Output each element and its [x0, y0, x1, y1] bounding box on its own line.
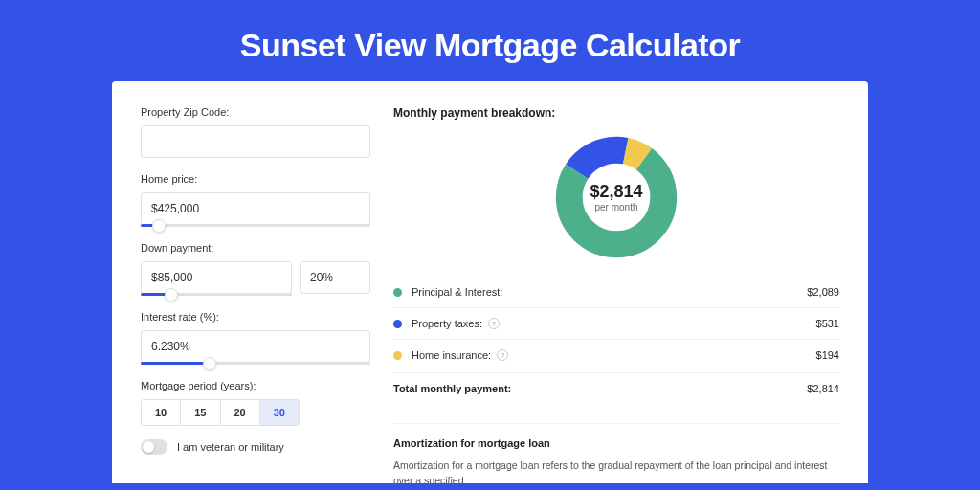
down-payment-input[interactable]	[141, 261, 292, 294]
down-payment-slider-thumb[interactable]	[165, 288, 178, 301]
legend-dot-icon	[393, 288, 402, 297]
info-icon[interactable]: ?	[488, 318, 500, 329]
legend-row: Home insurance:?$194	[393, 340, 839, 370]
zip-label: Property Zip Code:	[141, 106, 370, 118]
donut-amount: $2,814	[590, 182, 642, 202]
period-tab-20[interactable]: 20	[221, 400, 260, 425]
veteran-label: I am veteran or military	[177, 441, 284, 453]
info-icon[interactable]: ?	[497, 349, 508, 361]
home-price-slider-thumb[interactable]	[152, 219, 166, 233]
home-price-slider[interactable]	[141, 224, 370, 227]
legend-row: Property taxes:?$531	[393, 308, 839, 340]
legend-label: Principal & Interest:	[412, 286, 807, 298]
inputs-column: Property Zip Code: Home price: Down paym…	[141, 106, 370, 483]
breakdown-title: Monthly payment breakdown:	[393, 106, 839, 120]
down-payment-pct-input[interactable]	[300, 261, 370, 294]
legend-value: $2,089	[807, 286, 839, 298]
interest-rate-input[interactable]	[141, 330, 370, 363]
zip-field-block: Property Zip Code:	[141, 106, 370, 158]
breakdown-column: Monthly payment breakdown: $2,814 per mo…	[393, 106, 839, 483]
legend-label: Property taxes:?	[412, 318, 816, 329]
down-payment-label: Down payment:	[141, 242, 370, 254]
total-label: Total monthly payment:	[393, 383, 807, 394]
legend-value: $194	[816, 349, 839, 361]
interest-rate-slider-fill	[141, 362, 210, 365]
donut-chart-wrap: $2,814 per month	[393, 135, 839, 259]
interest-rate-label: Interest rate (%):	[141, 311, 370, 323]
period-tab-15[interactable]: 15	[181, 400, 220, 425]
home-price-input[interactable]	[141, 192, 370, 225]
donut-chart: $2,814 per month	[554, 135, 679, 259]
legend-dot-icon	[393, 320, 402, 328]
period-tab-30[interactable]: 30	[260, 400, 299, 425]
home-price-label: Home price:	[141, 173, 370, 185]
veteran-toggle-knob	[143, 441, 154, 453]
veteran-toggle[interactable]	[141, 439, 167, 455]
donut-center: $2,814 per month	[554, 135, 679, 259]
legend-value: $531	[816, 318, 839, 329]
zip-input[interactable]	[141, 125, 370, 158]
total-value: $2,814	[807, 383, 839, 394]
legend-label: Home insurance:?	[412, 349, 816, 361]
veteran-row: I am veteran or military	[141, 439, 370, 455]
period-block: Mortgage period (years): 10152030	[141, 380, 370, 426]
down-payment-block: Down payment:	[141, 242, 370, 296]
down-payment-slider[interactable]	[141, 293, 292, 296]
total-row: Total monthly payment: $2,814	[393, 372, 839, 404]
legend-dot-icon	[393, 351, 402, 360]
legend: Principal & Interest:$2,089Property taxe…	[393, 277, 839, 370]
calculator-card: Property Zip Code: Home price: Down paym…	[112, 81, 868, 483]
period-tab-10[interactable]: 10	[142, 400, 181, 425]
period-tabs: 10152030	[141, 399, 300, 426]
amortization-title: Amortization for mortgage loan	[393, 423, 839, 449]
donut-caption: per month	[594, 202, 637, 212]
amortization-text: Amortization for a mortgage loan refers …	[393, 458, 839, 483]
interest-rate-block: Interest rate (%):	[141, 311, 370, 365]
period-label: Mortgage period (years):	[141, 380, 370, 391]
page-title: Sunset View Mortgage Calculator	[0, 0, 980, 81]
legend-row: Principal & Interest:$2,089	[393, 277, 839, 308]
interest-rate-slider[interactable]	[141, 362, 370, 365]
home-price-block: Home price:	[141, 173, 370, 227]
interest-rate-slider-thumb[interactable]	[203, 357, 216, 370]
